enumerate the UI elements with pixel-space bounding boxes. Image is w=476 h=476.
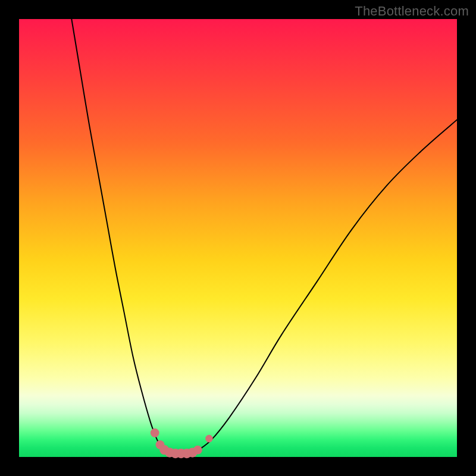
plot-area [19, 19, 457, 457]
valley-marker [193, 446, 202, 455]
marker-layer [151, 428, 213, 458]
watermark-label: TheBottleneck.com [355, 4, 469, 19]
bottleneck-curve [71, 19, 457, 454]
line-layer [71, 19, 457, 454]
chart-svg [19, 19, 457, 457]
valley-marker [151, 428, 159, 437]
valley-marker [205, 435, 213, 443]
chart-frame: TheBottleneck.com [0, 0, 476, 476]
